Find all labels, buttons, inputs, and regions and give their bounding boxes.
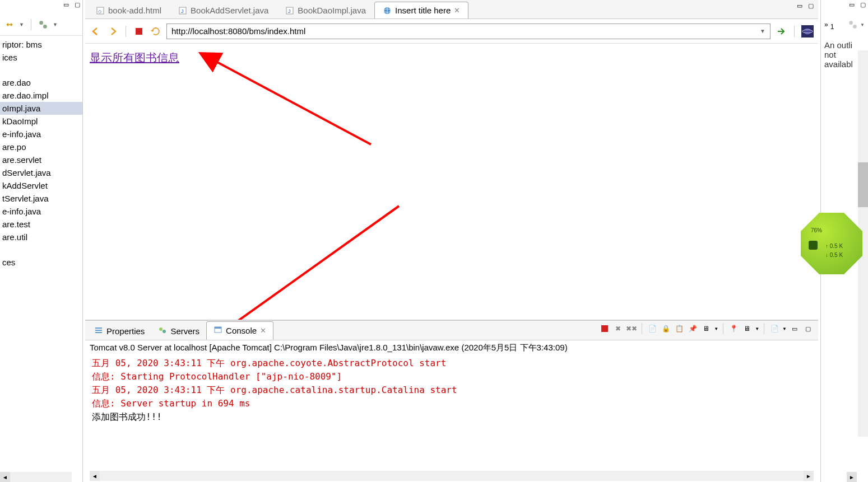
- pin-icon[interactable]: 📍: [728, 323, 739, 334]
- tab-label: BookAddServlet.java: [191, 6, 268, 15]
- forward-button[interactable]: [106, 25, 119, 38]
- maximize-icon[interactable]: ▢: [802, 323, 814, 334]
- view-tab-properties[interactable]: Properties: [87, 322, 151, 340]
- word-wrap-icon[interactable]: 📋: [674, 323, 685, 334]
- horizontal-scrollbar[interactable]: [0, 472, 72, 482]
- file-item[interactable]: are.po: [0, 141, 82, 153]
- network-monitor-widget[interactable]: 76% ↑ 0.5 K ↓ 0.5 K: [801, 213, 862, 274]
- java-icon: J: [285, 6, 294, 15]
- file-item[interactable]: kAddServlet: [0, 179, 82, 192]
- minimize-icon[interactable]: ▭: [789, 323, 800, 334]
- file-item[interactable]: oImpl.java: [0, 102, 82, 115]
- minimize-icon[interactable]: ▭: [849, 1, 855, 8]
- url-dropdown-icon[interactable]: ▼: [760, 28, 765, 34]
- dropdown-arrow-icon[interactable]: ▼: [53, 22, 58, 27]
- view-tab-console[interactable]: Console ✕: [206, 321, 273, 340]
- file-item[interactable]: are.util: [0, 231, 82, 244]
- minimize-icon[interactable]: ▭: [63, 1, 69, 8]
- console-horizontal-scrollbar[interactable]: ◄ ►: [90, 471, 814, 481]
- editor-tab[interactable]: ◇book-add.html: [87, 2, 170, 18]
- html-icon: ◇: [96, 6, 105, 15]
- file-item[interactable]: riptor: bms: [0, 38, 82, 51]
- dropdown-arrow-icon[interactable]: ▼: [782, 326, 787, 331]
- file-item[interactable]: kDaoImpl: [0, 115, 82, 128]
- scroll-left-arrow[interactable]: ◄: [0, 472, 10, 482]
- back-button[interactable]: [90, 25, 102, 38]
- servers-icon: [158, 326, 167, 336]
- file-item[interactable]: e-info.java: [0, 128, 82, 141]
- eclipse-icon[interactable]: [801, 25, 814, 38]
- maximize-icon[interactable]: ▢: [75, 1, 80, 8]
- console-icon: [213, 325, 222, 336]
- close-tab-icon[interactable]: ✕: [260, 326, 266, 335]
- tab-label: Console: [226, 326, 257, 335]
- svg-line-15: [214, 60, 371, 144]
- show-all-books-link[interactable]: 显示所有图书信息: [90, 52, 179, 64]
- svg-point-12: [804, 28, 811, 35]
- scroll-lock-icon[interactable]: 🔒: [660, 323, 671, 334]
- clear-console-icon[interactable]: 📄: [647, 323, 658, 334]
- dropdown-arrow-icon[interactable]: ▼: [714, 326, 718, 331]
- url-input[interactable]: http://localhost:8080/bms/index.html ▼: [166, 24, 770, 39]
- svg-line-16: [178, 206, 399, 320]
- properties-icon: [94, 326, 103, 336]
- file-item[interactable]: dServlet.java: [0, 166, 82, 179]
- show-list-icon[interactable]: »: [824, 21, 828, 29]
- stop-icon[interactable]: [599, 323, 610, 334]
- file-item[interactable]: are.dao.impl: [0, 89, 82, 102]
- focus-icon[interactable]: [38, 20, 48, 30]
- scroll-right-arrow[interactable]: ►: [847, 472, 857, 482]
- editor-tab[interactable]: JBookAddServlet.java: [170, 2, 277, 18]
- refresh-button[interactable]: [150, 25, 162, 38]
- new-console-icon[interactable]: 📄: [769, 323, 780, 334]
- go-button[interactable]: [775, 25, 787, 38]
- svg-text:◇: ◇: [98, 9, 102, 14]
- file-item[interactable]: e-info.java: [0, 205, 82, 218]
- maximize-icon[interactable]: ▢: [808, 2, 814, 10]
- browser-viewport[interactable]: 显示所有图书信息: [85, 44, 818, 320]
- tab-label: Servers: [170, 326, 199, 336]
- annotation-arrows: [85, 44, 758, 320]
- svg-point-25: [849, 21, 853, 25]
- tab-label: Insert title here: [395, 6, 451, 15]
- file-item[interactable]: tServlet.java: [0, 192, 82, 205]
- file-item[interactable]: are.servlet: [0, 153, 82, 166]
- display-console-icon[interactable]: 🖥: [700, 323, 712, 334]
- dropdown-arrow-icon[interactable]: ▼: [19, 22, 24, 27]
- svg-rect-24: [601, 325, 608, 332]
- svg-point-1: [43, 25, 47, 29]
- svg-rect-19: [95, 332, 102, 333]
- remove-all-icon[interactable]: ✖✖: [626, 323, 637, 334]
- svg-text:J: J: [181, 8, 184, 14]
- console-output[interactable]: 五月 05, 2020 3:43:11 下午 org.apache.coyote…: [85, 355, 818, 425]
- scrollbar-thumb[interactable]: [858, 162, 868, 207]
- stop-button[interactable]: [133, 25, 145, 38]
- file-item[interactable]: are.test: [0, 218, 82, 231]
- editor-tab[interactable]: Insert title here✕: [374, 2, 468, 18]
- open-console-icon[interactable]: 🖥: [741, 323, 753, 334]
- pin-console-icon[interactable]: 📌: [687, 323, 698, 334]
- remove-launch-icon[interactable]: ✖: [612, 323, 624, 334]
- browser-toolbar: http://localhost:8080/bms/index.html ▼: [85, 19, 818, 44]
- minimize-icon[interactable]: ▭: [797, 2, 802, 10]
- widget-upload: 0.5 K: [830, 243, 843, 249]
- focus-icon[interactable]: [848, 20, 858, 30]
- close-tab-icon[interactable]: ✕: [454, 6, 460, 15]
- svg-point-21: [163, 330, 166, 333]
- scroll-left-arrow[interactable]: ◄: [90, 471, 100, 481]
- maximize-icon[interactable]: ▢: [860, 1, 866, 8]
- scroll-right-arrow[interactable]: ►: [804, 471, 814, 481]
- file-item[interactable]: [0, 244, 82, 256]
- file-item[interactable]: are.dao: [0, 76, 82, 89]
- dropdown-arrow-icon[interactable]: ▼: [860, 22, 865, 27]
- file-item[interactable]: [0, 64, 82, 76]
- file-item[interactable]: ices: [0, 51, 82, 64]
- dropdown-arrow-icon[interactable]: ▼: [755, 326, 759, 331]
- svg-point-0: [39, 21, 43, 25]
- project-explorer-panel: ▭ ▢ ▼ ▼ riptor: bmsicesare.daoare.dao.im…: [0, 0, 83, 482]
- file-item[interactable]: ces: [0, 256, 82, 269]
- editor-tab[interactable]: JBookDaoImpl.java: [277, 2, 374, 18]
- link-icon[interactable]: [4, 20, 15, 30]
- view-tab-servers[interactable]: Servers: [151, 322, 206, 340]
- file-tree[interactable]: riptor: bmsicesare.daoare.dao.imploImpl.…: [0, 36, 82, 482]
